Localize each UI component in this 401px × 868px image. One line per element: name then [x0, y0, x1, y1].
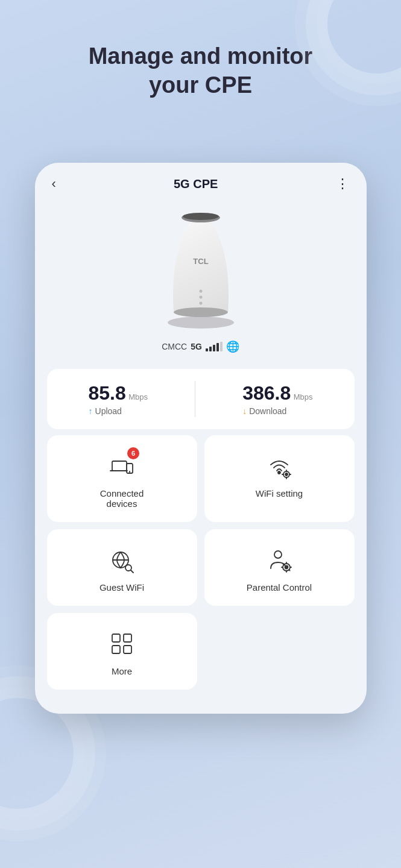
guest-wifi-label: Guest WiFi: [99, 582, 144, 593]
svg-point-7: [199, 302, 202, 305]
download-label: ↓ Download: [242, 406, 286, 416]
router-area: TCL CMCC 5G 🌐: [35, 198, 367, 363]
signal-bar-2: [209, 347, 212, 351]
download-speed: 386.8 Mbps ↓ Download: [242, 382, 312, 416]
svg-point-5: [199, 290, 202, 293]
connected-devices-badge: 6: [127, 447, 139, 459]
signal-bar-3: [213, 345, 215, 351]
back-button[interactable]: ‹: [52, 176, 56, 192]
upload-unit: Mbps: [128, 392, 148, 401]
parental-control-card[interactable]: Parental Control: [204, 529, 355, 606]
svg-point-23: [285, 566, 288, 569]
connected-devices-icon-wrapper: 6: [107, 451, 137, 481]
svg-line-20: [131, 570, 133, 573]
download-value: 386.8: [242, 382, 291, 404]
svg-point-6: [199, 296, 202, 299]
more-row-placeholder: [204, 613, 355, 690]
more-icon-wrapper: [107, 629, 137, 659]
upload-value: 85.8: [89, 382, 126, 404]
signal-bars: [206, 342, 223, 351]
svg-line-28: [283, 564, 284, 565]
speed-divider: [195, 381, 195, 417]
signal-bar-4: [216, 343, 219, 351]
svg-line-29: [289, 570, 290, 571]
svg-point-0: [168, 316, 234, 329]
more-card[interactable]: More: [47, 613, 197, 690]
parental-control-label: Parental Control: [247, 582, 312, 593]
wifi-settings-icon: [266, 453, 292, 479]
wifi-setting-label: WiFi setting: [256, 488, 303, 498]
guest-wifi-card[interactable]: Guest WiFi: [47, 529, 197, 606]
svg-point-11: [278, 471, 280, 474]
globe-icon: 🌐: [226, 340, 239, 353]
parental-control-icon-wrapper: [264, 545, 294, 575]
connected-devices-label: Connected devices: [100, 488, 144, 509]
globe-search-icon: [109, 547, 135, 573]
phone-header: ‹ 5G CPE ⋮: [35, 163, 367, 198]
svg-point-2: [183, 213, 219, 220]
more-label: More: [112, 666, 132, 676]
parental-icon: [266, 547, 292, 573]
network-type-label: 5G: [191, 342, 202, 351]
upload-speed: 85.8 Mbps ↑ Upload: [89, 382, 148, 416]
svg-point-21: [274, 551, 282, 558]
svg-rect-30: [112, 634, 120, 642]
speed-card: 85.8 Mbps ↑ Upload 386.8 Mbps ↓ Download: [47, 369, 355, 429]
more-row: More: [47, 613, 355, 690]
svg-rect-31: [124, 634, 131, 642]
feature-grid: 6 Connected devices: [47, 435, 355, 606]
operator-label: CMCC: [162, 342, 187, 351]
phone-mockup: ‹ 5G CPE ⋮: [35, 163, 367, 714]
wifi-settings-icon-wrapper: [264, 451, 294, 481]
svg-point-3: [174, 307, 228, 317]
svg-rect-32: [112, 646, 120, 653]
guest-wifi-icon-wrapper: [107, 545, 137, 575]
screen-title: 5G CPE: [174, 177, 218, 191]
upload-label: ↑ Upload: [89, 406, 122, 416]
download-arrow-icon: ↓: [242, 406, 247, 416]
svg-rect-8: [112, 461, 127, 471]
download-unit: Mbps: [294, 392, 313, 401]
network-status-bar: CMCC 5G 🌐: [162, 340, 239, 353]
signal-bar-5: [220, 342, 223, 351]
grid-icon: [109, 631, 135, 657]
svg-rect-33: [124, 646, 131, 653]
wifi-setting-card[interactable]: WiFi setting: [204, 435, 355, 522]
svg-point-13: [285, 473, 288, 476]
router-image: TCL: [147, 204, 255, 336]
upload-arrow-icon: ↑: [89, 406, 93, 416]
svg-text:TCL: TCL: [193, 257, 208, 266]
signal-bar-1: [206, 348, 208, 351]
more-menu-button[interactable]: ⋮: [336, 176, 350, 192]
connected-devices-card[interactable]: 6 Connected devices: [47, 435, 197, 522]
